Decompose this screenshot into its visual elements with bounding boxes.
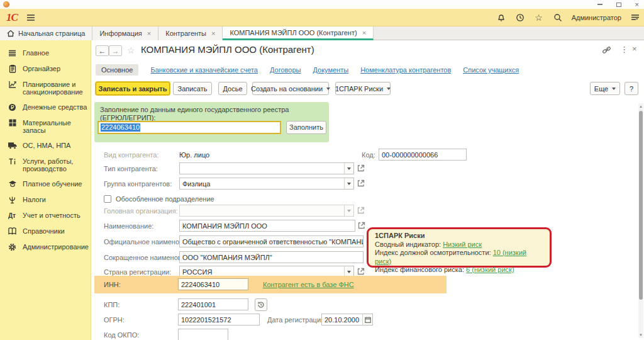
favorites-button[interactable]: ☆ [534,13,544,23]
nav-link-documents[interactable]: Документы [313,66,348,74]
country-open-button[interactable] [357,268,365,276]
group-label: Группа контрагентов: [104,180,172,188]
tab-contractors[interactable]: Контрагенты × [158,26,223,40]
spark-financial-link[interactable]: 6 (низкий риск) [466,266,514,273]
scroll-down-icon[interactable]: ▼ [638,333,643,337]
open-windows-tabbar: Начальная страница Информация × Контраге… [0,26,644,40]
tab-close-icon[interactable]: × [211,30,215,37]
close-form-button[interactable]: × [632,44,637,54]
search-button[interactable] [553,13,563,23]
sidebar-item-money[interactable]: Денежные средства [0,99,91,115]
sidebar-item-label: Администрирование [23,243,89,251]
inn-input[interactable]: 2224063410 [178,278,248,290]
main-menu-button[interactable] [26,14,35,23]
nav-link-nomenclature[interactable]: Номенклатура контрагентов [360,66,451,74]
sidebar-item-inventory[interactable]: Материальные запасы [0,115,91,138]
ogrn-input[interactable]: 1022201521572 [178,314,260,326]
type-dropdown-button[interactable] [344,162,354,174]
group-input[interactable]: Физлица [179,178,345,190]
back-button[interactable]: ← [96,45,109,56]
sidebar-item-paid-education[interactable]: Платное обучение [0,176,91,192]
egrul-inn-input[interactable]: 2224063410 [97,121,281,134]
kpp-input[interactable]: 222401001 [178,298,248,310]
type-input[interactable] [179,162,345,174]
sidebar-item-label: Налоги [23,196,46,203]
sidebar-item-label: ОС, НМА, НПА [23,142,70,149]
sidebar-item-taxes[interactable]: Налоги [0,192,91,208]
name-open-button[interactable] [358,222,366,230]
tab-close-icon[interactable]: × [147,30,151,37]
spark-row: Индекс должной осмотрительности: 10 (низ… [375,249,543,266]
window-menu-button[interactable]: ⋮ [620,45,628,54]
reg-date-input[interactable]: 20.10.2000 [321,314,363,326]
head-org-open-button[interactable] [357,207,365,215]
kpp-history-button[interactable] [255,298,267,311]
open-icon [357,179,365,187]
help-button[interactable]: ? [625,82,638,95]
window-close-button[interactable]: × [635,1,639,8]
separate-division-checkbox[interactable] [104,195,111,203]
create-from-button[interactable]: Создать на основании [252,82,329,95]
ogrn-label: ОГРН: [104,316,125,324]
window-minimize-button[interactable] [597,4,602,5]
reg-date-calendar-button[interactable] [362,314,373,326]
save-button[interactable]: Записать [173,82,212,95]
tab-company-maple[interactable]: КОМПАНИЯ МЭЙПЛ ООО (Контрагент) × [223,26,374,40]
notifications-button[interactable] [496,13,506,23]
grid-icon [8,118,17,127]
tab-home[interactable]: Начальная страница [0,26,92,40]
scrollbar-thumb[interactable] [639,111,643,300]
sidebar-item-organizer[interactable]: Органайзер [0,61,91,77]
sidebar-item-catalogs[interactable]: Справочники [0,224,91,239]
service-menu-button[interactable] [630,13,640,23]
dossier-button[interactable]: Досье [218,82,247,95]
okpo-input[interactable] [178,329,228,340]
sidebar-item-main[interactable]: Главное [0,45,91,61]
get-link-button[interactable] [602,46,611,56]
sidebar-item-planning[interactable]: Планирование и санкционирование [0,77,91,99]
tab-label: Информация [99,30,142,37]
nav-link-bank-accounts[interactable]: Банковские и казначейские счета [150,66,258,74]
code-input[interactable]: 00-000000000066 [379,149,467,161]
tab-label: КОМПАНИЯ МЭЙПЛ ООО (Контрагент) [230,29,357,37]
tab-close-icon[interactable]: × [362,29,366,37]
fns-check-link[interactable]: Контрагент есть в базе ФНС [263,281,354,288]
card-nav-links: Основное Банковские и казначейские счета… [96,63,519,77]
nav-tab-main[interactable]: Основное [96,64,138,76]
head-org-input[interactable] [179,205,345,217]
more-button[interactable]: Еще [590,82,620,95]
name-input[interactable]: КОМПАНИЯ МЭЙПЛ ООО [179,220,355,232]
sidebar-item-fixed-assets[interactable]: ОС, НМА, НПА [0,138,91,154]
official-name-input[interactable]: Общество с ограниченной ответственностью… [179,235,364,247]
spark-summary-link[interactable]: Низкий риск [443,241,482,248]
head-org-dropdown-button[interactable] [344,205,354,217]
spark-row-label: Индекс финансового риска: [375,266,464,273]
group-dropdown-button[interactable] [344,178,354,190]
save-and-close-button[interactable]: Записать и закрыть [96,82,170,95]
spark-panel-title: 1СПАРК Риски [375,232,543,241]
vertical-scrollbar[interactable]: ▲ ▼ [638,103,643,338]
window-maximize-button[interactable] [616,3,621,7]
short-name-input[interactable]: ООО "КОМПАНИЯ МЭЙПЛ" [179,251,364,263]
nav-link-students-list[interactable]: Список учащихся [463,66,519,74]
book-icon [8,227,17,235]
forward-button[interactable]: → [109,45,122,56]
fill-button[interactable]: Заполнить [286,121,326,134]
tab-information[interactable]: Информация × [92,26,158,40]
sidebar-item-accounting[interactable]: Дт Учет и отчетность [0,208,91,224]
input-value: КОМПАНИЯ МЭЙПЛ ООО [182,222,267,230]
window-titlebar: × [0,0,644,9]
type-open-button[interactable] [357,164,365,173]
spark-risks-button[interactable]: 1СПАРК Риски [335,82,391,95]
input-value: Физлица [182,180,210,188]
group-open-button[interactable] [357,179,365,188]
button-label: Записать и закрыть [98,85,167,93]
sidebar-item-administration[interactable]: Администрирование [0,239,91,255]
scroll-up-icon[interactable]: ▲ [638,105,643,108]
history-button[interactable] [515,13,525,23]
current-user-label[interactable]: Администратор [572,14,621,21]
sidebar-item-services[interactable]: Услуги, работы, производство [0,154,91,176]
favorite-star-icon[interactable]: ☆ [127,45,135,55]
nav-link-contracts[interactable]: Договоры [270,66,301,74]
calendar-icon [365,317,371,323]
